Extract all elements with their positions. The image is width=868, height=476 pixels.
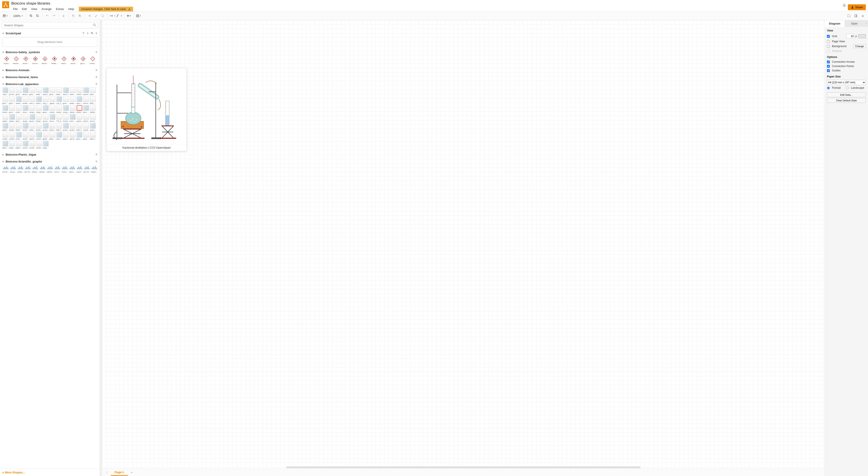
edit-data-button[interactable]: Edit Data...: [827, 93, 866, 97]
shape-thumb[interactable]: confoc...: [16, 105, 22, 113]
tab-diagram[interactable]: Diagram: [825, 20, 844, 27]
shape-thumb[interactable]: bath_f...: [76, 123, 83, 131]
scratchpad-add-icon[interactable]: +: [86, 31, 89, 35]
shape-thumb[interactable]: colum...: [76, 165, 83, 173]
shape-thumb[interactable]: autocl...: [42, 88, 49, 96]
add-page-button[interactable]: +: [129, 470, 135, 476]
shape-thumb[interactable]: protec...: [69, 123, 76, 131]
shape-thumb[interactable]: protec...: [63, 123, 69, 131]
shape-thumb[interactable]: transm...: [90, 88, 96, 96]
shape-thumb[interactable]: spoon...: [42, 114, 49, 122]
shape-thumb[interactable]: T75_fl...: [56, 114, 63, 122]
sidebar-splitter[interactable]: [100, 20, 102, 476]
scratchpad-dropzone[interactable]: Drag elements here: [2, 37, 97, 47]
section-graphs-close-icon[interactable]: ×: [95, 160, 98, 163]
shape-thumb[interactable]: genom...: [63, 96, 69, 104]
format-panel-toggle[interactable]: [853, 13, 859, 19]
language-icon[interactable]: [843, 4, 846, 8]
shape-thumb[interactable]: genom...: [9, 105, 16, 113]
scratchpad-help-icon[interactable]: ?: [82, 31, 85, 35]
shape-thumb[interactable]: genom...: [9, 96, 16, 104]
undo-button[interactable]: [44, 13, 50, 19]
portrait-radio[interactable]: [827, 87, 830, 90]
conn-arrows-checkbox[interactable]: [827, 61, 830, 63]
clear-default-style-button[interactable]: Clear Default Style: [827, 98, 866, 103]
grid-size-input[interactable]: [846, 34, 855, 39]
menu-arrange[interactable]: Arrange: [40, 6, 53, 11]
grid-checkbox[interactable]: [827, 35, 830, 38]
scratchpad-header[interactable]: ▾ Scratchpad ? + ✎ ×: [2, 30, 99, 36]
shape-thumb[interactable]: cuvett...: [36, 132, 42, 140]
shape-thumb[interactable]: protec...: [42, 123, 49, 131]
section-lab-close-icon[interactable]: ×: [95, 82, 98, 86]
zoom-in-button[interactable]: [28, 13, 34, 19]
more-shapes-link[interactable]: + More Shapes...: [2, 471, 25, 474]
shape-thumb[interactable]: labcoa...: [76, 132, 83, 140]
shape-thumb[interactable]: cuvett...: [9, 132, 16, 140]
page-tab-1[interactable]: Page-1: [111, 469, 128, 476]
zoom-dropdown[interactable]: 100%: [12, 14, 24, 18]
shape-thumb[interactable]: genom...: [29, 88, 36, 96]
shape-thumb[interactable]: Gradu...: [9, 123, 16, 131]
shapes-scroll[interactable]: ▾ Scratchpad ? + ✎ × Drag elements here …: [0, 30, 100, 469]
shape-thumb[interactable]: micro_...: [69, 114, 76, 122]
menu-help[interactable]: Help: [66, 6, 76, 11]
search-shapes-input[interactable]: [2, 22, 98, 28]
shape-thumb[interactable]: clamp...: [49, 105, 56, 113]
shape-thumb[interactable]: spectr...: [29, 132, 36, 140]
shape-thumb[interactable]: coxco...: [61, 165, 68, 173]
shape-thumb[interactable]: nmr-s...: [29, 96, 36, 104]
shape-thumb[interactable]: ☢ seriou...: [69, 56, 78, 64]
shape-thumb[interactable]: ◇ gas-u...: [79, 56, 88, 64]
paper-size-select[interactable]: A4 (210 mm x 297 mm): [827, 80, 866, 85]
shape-thumb[interactable]: dropp...: [22, 114, 29, 122]
shape-thumb-selected[interactable]: fractio...: [76, 105, 83, 113]
shape-thumb[interactable]: laborat...: [83, 105, 89, 113]
shape-thumb[interactable]: ⌬ corrosi...: [31, 56, 40, 64]
shape-thumb[interactable]: cuvett...: [36, 141, 42, 149]
shape-thumb[interactable]: bar | M...: [24, 165, 31, 173]
shape-thumb[interactable]: cleanb...: [56, 88, 63, 96]
shape-thumb[interactable]: Beaker...: [16, 123, 22, 131]
collapse-toolbar-button[interactable]: [860, 13, 866, 19]
section-safety-close-icon[interactable]: ×: [95, 50, 98, 54]
shape-thumb[interactable]: ○ oxidizi...: [88, 56, 97, 64]
shape-thumb[interactable]: dropp...: [63, 105, 69, 113]
shape-thumb[interactable]: dropp...: [36, 105, 42, 113]
shape-thumb[interactable]: Gradu...: [36, 123, 42, 131]
section-graphs[interactable]: ▾ Bioicons-Scientific_graphs ×: [2, 158, 99, 165]
shape-thumb[interactable]: scatte...: [17, 165, 24, 173]
shape-thumb[interactable]: spatul...: [9, 114, 16, 122]
document-title[interactable]: Bioicons shape libraries: [11, 1, 866, 6]
shape-thumb[interactable]: scanni...: [83, 88, 89, 96]
search-icon[interactable]: [93, 24, 96, 27]
shape-thumb[interactable]: paper-...: [16, 141, 22, 149]
shape-thumb[interactable]: distilla...: [90, 105, 96, 113]
shape-thumb[interactable]: ! hazard...: [12, 56, 21, 64]
pages-menu-button[interactable]: ⋮: [104, 470, 110, 476]
to-front-button[interactable]: [70, 13, 76, 19]
shape-thumb[interactable]: ✕ acute-...: [21, 56, 30, 64]
connection-style-button[interactable]: [110, 13, 116, 19]
scratchpad-edit-icon[interactable]: ✎: [91, 31, 94, 35]
shape-thumb[interactable]: twee...: [2, 88, 9, 96]
guides-checkbox[interactable]: [827, 69, 830, 72]
shape-thumb[interactable]: centrif...: [76, 88, 83, 96]
redo-button[interactable]: [51, 13, 57, 19]
shape-thumb[interactable]: stacke...: [32, 165, 39, 173]
shape-thumb[interactable]: pie | M...: [83, 165, 90, 173]
canvas-horizontal-scrollbar[interactable]: [141, 467, 785, 469]
shape-thumb[interactable]: ✷ explos...: [2, 56, 11, 64]
shape-thumb[interactable]: biorea...: [63, 114, 69, 122]
shape-thumb[interactable]: glassSl...: [83, 132, 89, 140]
line-color-button[interactable]: [93, 13, 99, 19]
diagram-canvas[interactable]: fractional-distillation | CC0 Openclipar…: [102, 20, 825, 469]
shape-thumb[interactable]: NGS-...: [69, 88, 76, 96]
shape-thumb[interactable]: scale |...: [90, 123, 96, 131]
shape-thumb[interactable]: clamp...: [56, 105, 63, 113]
shape-thumb[interactable]: magne...: [42, 141, 49, 149]
shape-thumb[interactable]: therm...: [36, 96, 42, 104]
shape-thumb[interactable]: area |...: [69, 165, 75, 173]
insert-button[interactable]: +: [126, 13, 132, 19]
shape-thumb[interactable]: glassSl...: [49, 132, 56, 140]
